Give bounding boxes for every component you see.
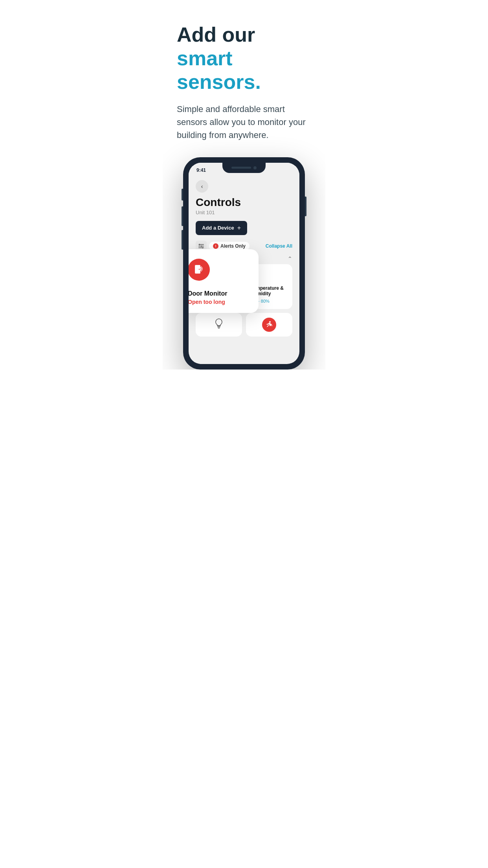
phone-power-button	[305, 197, 306, 216]
svg-rect-10	[217, 326, 221, 327]
add-device-label: Add a Device	[202, 225, 234, 231]
svg-rect-5	[202, 247, 203, 248]
sliders-icon	[198, 244, 204, 248]
svg-rect-2	[198, 247, 204, 248]
phone-screen: 9:41 ∿	[189, 163, 299, 364]
page-title: Controls	[196, 197, 292, 209]
notch-area: 9:41 ∿	[189, 163, 299, 176]
door-monitor-svg	[193, 263, 205, 276]
phone-silent-button	[182, 189, 183, 200]
door-monitor-name: Door Monitor	[189, 290, 251, 297]
svg-point-13	[269, 321, 271, 323]
phone-notch	[222, 163, 266, 173]
lightbulb-svg	[214, 318, 224, 329]
svg-rect-3	[199, 244, 200, 245]
unit-label: Unit 101	[196, 210, 292, 215]
motion-icon	[262, 318, 276, 332]
door-monitor-status: Open too long	[189, 299, 251, 305]
app-content: ‹ Controls Unit 101 Add a Device +	[189, 176, 299, 337]
phone-frame: 9:41 ∿	[183, 157, 305, 370]
svg-rect-11	[218, 327, 220, 328]
svg-rect-4	[201, 245, 202, 247]
motion-svg	[265, 320, 273, 329]
add-device-button[interactable]: Add a Device +	[196, 221, 247, 235]
lightbulb-icon	[214, 318, 224, 331]
svg-point-16	[199, 269, 200, 270]
status-time: 9:41	[196, 167, 206, 173]
door-monitor-floating-card: Door Monitor Open too long	[189, 249, 259, 313]
alerts-only-label: Alerts Only	[220, 243, 246, 249]
page-container: Add our smart sensors. Simple and afford…	[163, 0, 325, 370]
phone-volume-up-button	[182, 206, 183, 226]
phone-volume-down-button	[182, 230, 183, 250]
motion-card[interactable]	[246, 313, 292, 337]
subtitle-text: Simple and affordable smart sensors allo…	[177, 103, 311, 142]
device-section: Temperature &Humidity 64° · 80%	[196, 264, 292, 337]
door-monitor-icon-circle	[189, 259, 210, 281]
alert-dot-icon: !	[213, 243, 218, 249]
camera	[253, 166, 257, 169]
alerts-only-badge[interactable]: ! Alerts Only	[209, 242, 250, 250]
headline-block: Add our smart sensors.	[177, 24, 311, 94]
headline-line2: smart sensors.	[177, 47, 311, 94]
headline-line1: Add our	[177, 24, 311, 46]
svg-rect-12	[218, 328, 220, 329]
speaker	[231, 167, 251, 169]
back-button[interactable]: ‹	[196, 180, 208, 193]
bottom-row	[196, 313, 292, 337]
lightbulb-card[interactable]	[196, 313, 242, 337]
collapse-all-button[interactable]: Collapse All	[266, 243, 292, 249]
add-icon: +	[237, 224, 241, 232]
phone-mockup: 9:41 ∿	[177, 157, 311, 370]
